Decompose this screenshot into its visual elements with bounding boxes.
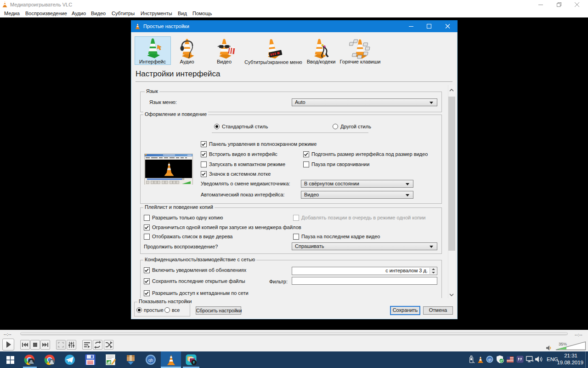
svg-text:qb: qb [488,358,492,362]
svg-text:qb: qb [148,357,153,362]
